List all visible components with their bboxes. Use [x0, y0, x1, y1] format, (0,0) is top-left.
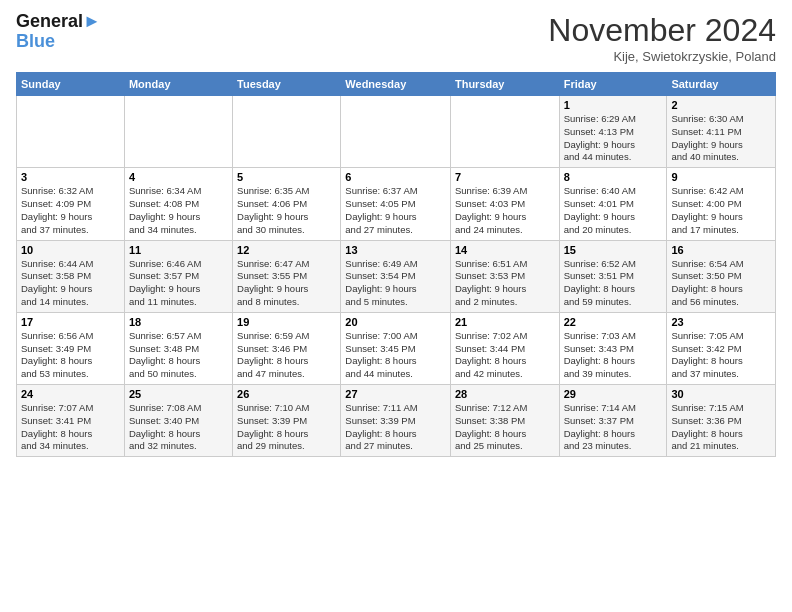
- day-number: 8: [564, 171, 663, 183]
- day-number: 7: [455, 171, 555, 183]
- header-tuesday: Tuesday: [233, 73, 341, 96]
- calendar-cell: 2Sunrise: 6:30 AMSunset: 4:11 PMDaylight…: [667, 96, 776, 168]
- calendar-cell: 23Sunrise: 7:05 AMSunset: 3:42 PMDayligh…: [667, 312, 776, 384]
- day-info: Sunrise: 6:32 AMSunset: 4:09 PMDaylight:…: [21, 185, 120, 236]
- day-number: 1: [564, 99, 663, 111]
- week-row-5: 24Sunrise: 7:07 AMSunset: 3:41 PMDayligh…: [17, 385, 776, 457]
- calendar-cell: [450, 96, 559, 168]
- logo: General► Blue: [16, 12, 101, 52]
- week-row-4: 17Sunrise: 6:56 AMSunset: 3:49 PMDayligh…: [17, 312, 776, 384]
- calendar-cell: 28Sunrise: 7:12 AMSunset: 3:38 PMDayligh…: [450, 385, 559, 457]
- calendar-cell: 19Sunrise: 6:59 AMSunset: 3:46 PMDayligh…: [233, 312, 341, 384]
- day-number: 27: [345, 388, 446, 400]
- day-info: Sunrise: 6:51 AMSunset: 3:53 PMDaylight:…: [455, 258, 555, 309]
- calendar-cell: 21Sunrise: 7:02 AMSunset: 3:44 PMDayligh…: [450, 312, 559, 384]
- location: Kije, Swietokrzyskie, Poland: [548, 49, 776, 64]
- day-info: Sunrise: 7:05 AMSunset: 3:42 PMDaylight:…: [671, 330, 771, 381]
- calendar-cell: [124, 96, 232, 168]
- day-number: 5: [237, 171, 336, 183]
- day-info: Sunrise: 6:59 AMSunset: 3:46 PMDaylight:…: [237, 330, 336, 381]
- day-info: Sunrise: 6:34 AMSunset: 4:08 PMDaylight:…: [129, 185, 228, 236]
- calendar-cell: 8Sunrise: 6:40 AMSunset: 4:01 PMDaylight…: [559, 168, 667, 240]
- header: General► Blue November 2024 Kije, Swieto…: [16, 12, 776, 64]
- day-number: 25: [129, 388, 228, 400]
- day-info: Sunrise: 7:14 AMSunset: 3:37 PMDaylight:…: [564, 402, 663, 453]
- calendar-cell: 27Sunrise: 7:11 AMSunset: 3:39 PMDayligh…: [341, 385, 451, 457]
- calendar-cell: 3Sunrise: 6:32 AMSunset: 4:09 PMDaylight…: [17, 168, 125, 240]
- calendar-cell: [17, 96, 125, 168]
- day-info: Sunrise: 7:11 AMSunset: 3:39 PMDaylight:…: [345, 402, 446, 453]
- day-number: 9: [671, 171, 771, 183]
- calendar-cell: 9Sunrise: 6:42 AMSunset: 4:00 PMDaylight…: [667, 168, 776, 240]
- page: General► Blue November 2024 Kije, Swieto…: [0, 0, 792, 612]
- week-row-1: 1Sunrise: 6:29 AMSunset: 4:13 PMDaylight…: [17, 96, 776, 168]
- day-number: 4: [129, 171, 228, 183]
- day-info: Sunrise: 6:56 AMSunset: 3:49 PMDaylight:…: [21, 330, 120, 381]
- day-number: 2: [671, 99, 771, 111]
- calendar-cell: 15Sunrise: 6:52 AMSunset: 3:51 PMDayligh…: [559, 240, 667, 312]
- calendar-cell: 29Sunrise: 7:14 AMSunset: 3:37 PMDayligh…: [559, 385, 667, 457]
- calendar-cell: 11Sunrise: 6:46 AMSunset: 3:57 PMDayligh…: [124, 240, 232, 312]
- calendar-cell: 14Sunrise: 6:51 AMSunset: 3:53 PMDayligh…: [450, 240, 559, 312]
- header-friday: Friday: [559, 73, 667, 96]
- day-number: 12: [237, 244, 336, 256]
- day-number: 16: [671, 244, 771, 256]
- calendar-cell: 26Sunrise: 7:10 AMSunset: 3:39 PMDayligh…: [233, 385, 341, 457]
- day-number: 21: [455, 316, 555, 328]
- day-number: 13: [345, 244, 446, 256]
- day-number: 23: [671, 316, 771, 328]
- day-info: Sunrise: 6:37 AMSunset: 4:05 PMDaylight:…: [345, 185, 446, 236]
- title-area: November 2024 Kije, Swietokrzyskie, Pola…: [548, 12, 776, 64]
- calendar-cell: 7Sunrise: 6:39 AMSunset: 4:03 PMDaylight…: [450, 168, 559, 240]
- day-number: 11: [129, 244, 228, 256]
- day-number: 24: [21, 388, 120, 400]
- day-info: Sunrise: 6:35 AMSunset: 4:06 PMDaylight:…: [237, 185, 336, 236]
- calendar-cell: 16Sunrise: 6:54 AMSunset: 3:50 PMDayligh…: [667, 240, 776, 312]
- calendar-header-row: SundayMondayTuesdayWednesdayThursdayFrid…: [17, 73, 776, 96]
- day-info: Sunrise: 7:03 AMSunset: 3:43 PMDaylight:…: [564, 330, 663, 381]
- header-monday: Monday: [124, 73, 232, 96]
- month-title: November 2024: [548, 12, 776, 49]
- day-info: Sunrise: 6:40 AMSunset: 4:01 PMDaylight:…: [564, 185, 663, 236]
- day-info: Sunrise: 7:07 AMSunset: 3:41 PMDaylight:…: [21, 402, 120, 453]
- day-info: Sunrise: 7:02 AMSunset: 3:44 PMDaylight:…: [455, 330, 555, 381]
- day-number: 19: [237, 316, 336, 328]
- day-info: Sunrise: 6:47 AMSunset: 3:55 PMDaylight:…: [237, 258, 336, 309]
- calendar: SundayMondayTuesdayWednesdayThursdayFrid…: [16, 72, 776, 457]
- logo-text: General► Blue: [16, 12, 101, 52]
- day-number: 14: [455, 244, 555, 256]
- calendar-cell: 12Sunrise: 6:47 AMSunset: 3:55 PMDayligh…: [233, 240, 341, 312]
- day-number: 17: [21, 316, 120, 328]
- day-number: 30: [671, 388, 771, 400]
- day-number: 15: [564, 244, 663, 256]
- calendar-cell: 10Sunrise: 6:44 AMSunset: 3:58 PMDayligh…: [17, 240, 125, 312]
- day-info: Sunrise: 7:15 AMSunset: 3:36 PMDaylight:…: [671, 402, 771, 453]
- calendar-cell: 25Sunrise: 7:08 AMSunset: 3:40 PMDayligh…: [124, 385, 232, 457]
- day-number: 29: [564, 388, 663, 400]
- day-info: Sunrise: 6:39 AMSunset: 4:03 PMDaylight:…: [455, 185, 555, 236]
- calendar-cell: 6Sunrise: 6:37 AMSunset: 4:05 PMDaylight…: [341, 168, 451, 240]
- day-info: Sunrise: 6:44 AMSunset: 3:58 PMDaylight:…: [21, 258, 120, 309]
- day-number: 10: [21, 244, 120, 256]
- calendar-cell: 18Sunrise: 6:57 AMSunset: 3:48 PMDayligh…: [124, 312, 232, 384]
- calendar-cell: [341, 96, 451, 168]
- day-number: 26: [237, 388, 336, 400]
- calendar-cell: 20Sunrise: 7:00 AMSunset: 3:45 PMDayligh…: [341, 312, 451, 384]
- calendar-cell: 22Sunrise: 7:03 AMSunset: 3:43 PMDayligh…: [559, 312, 667, 384]
- day-number: 6: [345, 171, 446, 183]
- calendar-cell: 13Sunrise: 6:49 AMSunset: 3:54 PMDayligh…: [341, 240, 451, 312]
- calendar-cell: 17Sunrise: 6:56 AMSunset: 3:49 PMDayligh…: [17, 312, 125, 384]
- week-row-2: 3Sunrise: 6:32 AMSunset: 4:09 PMDaylight…: [17, 168, 776, 240]
- day-info: Sunrise: 6:57 AMSunset: 3:48 PMDaylight:…: [129, 330, 228, 381]
- day-info: Sunrise: 6:42 AMSunset: 4:00 PMDaylight:…: [671, 185, 771, 236]
- calendar-cell: 24Sunrise: 7:07 AMSunset: 3:41 PMDayligh…: [17, 385, 125, 457]
- header-sunday: Sunday: [17, 73, 125, 96]
- day-number: 18: [129, 316, 228, 328]
- day-info: Sunrise: 7:00 AMSunset: 3:45 PMDaylight:…: [345, 330, 446, 381]
- header-thursday: Thursday: [450, 73, 559, 96]
- day-info: Sunrise: 7:10 AMSunset: 3:39 PMDaylight:…: [237, 402, 336, 453]
- calendar-cell: 1Sunrise: 6:29 AMSunset: 4:13 PMDaylight…: [559, 96, 667, 168]
- day-info: Sunrise: 6:54 AMSunset: 3:50 PMDaylight:…: [671, 258, 771, 309]
- calendar-cell: 30Sunrise: 7:15 AMSunset: 3:36 PMDayligh…: [667, 385, 776, 457]
- calendar-cell: 4Sunrise: 6:34 AMSunset: 4:08 PMDaylight…: [124, 168, 232, 240]
